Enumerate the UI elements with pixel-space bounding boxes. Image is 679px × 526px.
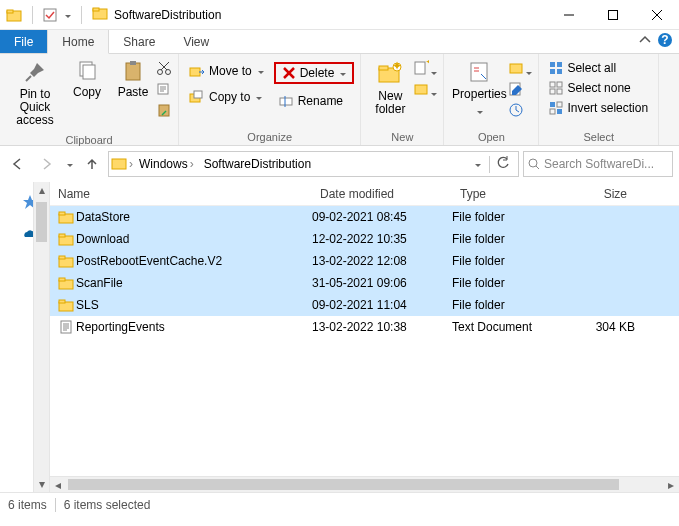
item-type: File folder xyxy=(452,276,570,290)
svg-rect-2 xyxy=(44,9,56,21)
edit-icon[interactable] xyxy=(508,81,532,100)
new-folder-button[interactable]: ✦ New folder xyxy=(367,56,413,120)
search-icon xyxy=(528,158,540,170)
svg-rect-48 xyxy=(550,102,555,107)
qat-dropdown[interactable] xyxy=(63,8,71,22)
cut-icon[interactable] xyxy=(156,60,172,79)
status-bar: 6 items 6 items selected xyxy=(0,492,679,516)
up-button[interactable] xyxy=(80,152,104,176)
tab-view[interactable]: View xyxy=(169,30,223,53)
paste-shortcut-icon[interactable] xyxy=(156,102,172,121)
svg-rect-27 xyxy=(280,98,292,105)
tab-share[interactable]: Share xyxy=(109,30,169,53)
header-size[interactable]: Size xyxy=(570,187,635,201)
minimize-button[interactable] xyxy=(547,0,591,30)
svg-rect-49 xyxy=(557,102,562,107)
svg-text:✦: ✦ xyxy=(392,60,402,73)
svg-point-53 xyxy=(529,159,537,167)
refresh-button[interactable] xyxy=(489,156,516,173)
horizontal-scrollbar[interactable]: ◂ ▸ xyxy=(50,476,679,492)
paste-button[interactable]: Paste xyxy=(110,56,156,103)
svg-rect-41 xyxy=(557,62,562,67)
select-all-label: Select all xyxy=(567,61,616,75)
address-bar[interactable]: › Windows › SoftwareDistribution xyxy=(108,151,519,177)
new-folder-label: New folder xyxy=(369,90,411,116)
forward-button[interactable] xyxy=(34,152,58,176)
item-name: ScanFile xyxy=(76,276,312,290)
close-button[interactable] xyxy=(635,0,679,30)
file-list: Name Date modified Type Size DataStore09… xyxy=(50,182,679,492)
delete-button[interactable]: Delete xyxy=(274,62,355,84)
scrollbar-thumb[interactable] xyxy=(36,202,47,242)
header-type[interactable]: Type xyxy=(452,187,570,201)
scrollbar-thumb[interactable] xyxy=(68,479,619,490)
ribbon: Pin to Quick access Copy Paste Clipboard xyxy=(0,54,679,146)
history-icon[interactable] xyxy=(508,102,532,121)
item-date: 31-05-2021 09:06 xyxy=(312,276,452,290)
maximize-button[interactable] xyxy=(591,0,635,30)
folder-icon xyxy=(111,155,127,174)
table-row[interactable]: SLS09-02-2021 11:04File folder xyxy=(50,294,679,316)
invert-selection-button[interactable]: Invert selection xyxy=(545,100,652,116)
invert-label: Invert selection xyxy=(567,101,648,115)
item-name: PostRebootEventCache.V2 xyxy=(76,254,312,268)
group-label: Select xyxy=(539,131,658,145)
rename-button[interactable]: Rename xyxy=(274,92,355,110)
select-none-button[interactable]: Select none xyxy=(545,80,652,96)
address-dropdown[interactable] xyxy=(473,157,487,171)
group-clipboard: Pin to Quick access Copy Paste Clipboard xyxy=(0,54,179,145)
new-item-icon[interactable]: ✦ xyxy=(413,60,437,79)
table-row[interactable]: PostRebootEventCache.V213-02-2022 12:08F… xyxy=(50,250,679,272)
svg-rect-35 xyxy=(415,85,427,94)
tab-file[interactable]: File xyxy=(0,30,47,53)
column-headers: Name Date modified Type Size xyxy=(50,182,679,206)
back-button[interactable] xyxy=(6,152,30,176)
svg-rect-60 xyxy=(59,256,65,259)
recent-dropdown[interactable] xyxy=(62,152,76,176)
table-row[interactable]: DataStore09-02-2021 08:45File folder xyxy=(50,206,679,228)
svg-rect-14 xyxy=(126,63,140,80)
svg-rect-50 xyxy=(550,109,555,114)
window-title: SoftwareDistribution xyxy=(114,8,221,22)
svg-rect-46 xyxy=(550,89,555,94)
breadcrumb-item[interactable]: SoftwareDistribution xyxy=(200,157,315,171)
tab-home[interactable]: Home xyxy=(47,30,109,54)
item-date: 13-02-2022 10:38 xyxy=(312,320,452,334)
header-date[interactable]: Date modified xyxy=(312,187,452,201)
svg-rect-15 xyxy=(130,61,136,65)
svg-rect-30 xyxy=(379,66,388,70)
properties-button[interactable]: Properties xyxy=(450,56,508,122)
select-all-button[interactable]: Select all xyxy=(545,60,652,76)
copy-path-icon[interactable] xyxy=(156,81,172,100)
item-date: 13-02-2022 12:08 xyxy=(312,254,452,268)
separator xyxy=(32,6,33,24)
table-row[interactable]: Download12-02-2022 10:35File folder xyxy=(50,228,679,250)
breadcrumb-item[interactable]: Windows › xyxy=(135,157,198,171)
copy-to-button[interactable]: Copy to xyxy=(185,88,268,106)
navigation-pane[interactable]: ▴ ▾ xyxy=(0,182,50,492)
pin-label: Pin to Quick access xyxy=(8,88,62,128)
folder-icon xyxy=(58,297,76,313)
header-name[interactable]: Name xyxy=(50,187,312,201)
table-row[interactable]: ScanFile31-05-2021 09:06File folder xyxy=(50,272,679,294)
item-name: Download xyxy=(76,232,312,246)
collapse-ribbon-icon[interactable] xyxy=(639,34,651,49)
search-placeholder: Search SoftwareDi... xyxy=(544,157,654,171)
search-box[interactable]: Search SoftwareDi... xyxy=(523,151,673,177)
move-to-button[interactable]: Move to xyxy=(185,62,268,80)
svg-rect-13 xyxy=(83,65,95,79)
item-date: 12-02-2022 10:35 xyxy=(312,232,452,246)
table-row[interactable]: ReportingEvents13-02-2022 10:38Text Docu… xyxy=(50,316,679,338)
properties-label: Properties xyxy=(452,88,507,101)
svg-rect-37 xyxy=(510,64,522,73)
checkbox-icon[interactable] xyxy=(43,8,57,22)
navpane-scrollbar[interactable]: ▴ ▾ xyxy=(33,182,49,492)
easy-access-icon[interactable] xyxy=(413,81,437,100)
group-label: New xyxy=(361,131,443,145)
pin-quick-access-button[interactable]: Pin to Quick access xyxy=(6,56,64,132)
open-icon[interactable] xyxy=(508,60,532,79)
help-icon[interactable]: ? xyxy=(657,32,673,51)
copy-button[interactable]: Copy xyxy=(64,56,110,103)
item-date: 09-02-2021 08:45 xyxy=(312,210,452,224)
svg-rect-52 xyxy=(112,159,126,169)
